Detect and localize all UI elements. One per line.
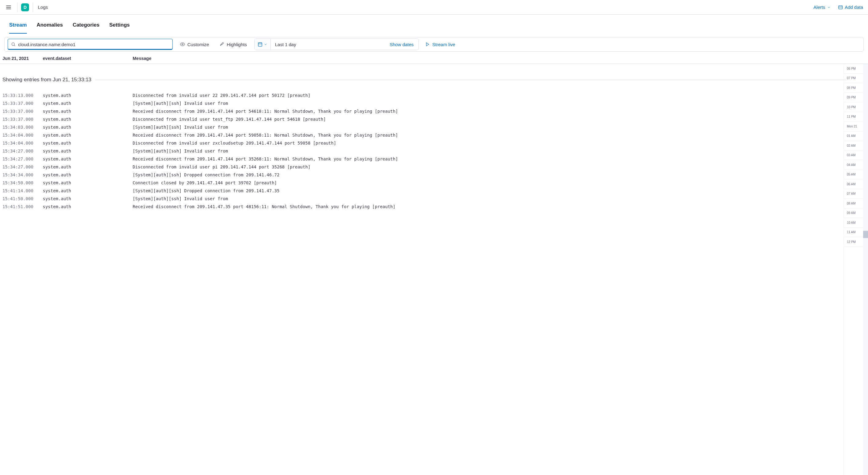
log-row[interactable]: 15:34:27.000system.authDisconnected from…: [0, 163, 846, 171]
column-header-message[interactable]: Message: [133, 56, 866, 61]
log-message: Received disconnect from 209.141.47.144 …: [133, 131, 399, 139]
play-icon: [426, 42, 430, 46]
log-dataset: system.auth: [43, 155, 133, 163]
log-dataset: system.auth: [43, 147, 133, 155]
nav-toggle-button[interactable]: [4, 2, 13, 12]
log-timestamp: 15:34:50.000: [2, 179, 43, 187]
log-dataset: system.auth: [43, 123, 133, 131]
space-selector[interactable]: D: [21, 3, 29, 11]
log-message: Received disconnect from 209.141.47.35 p…: [133, 203, 399, 211]
divider-line: [95, 80, 846, 80]
divider: [17, 2, 18, 12]
svg-point-7: [182, 44, 183, 45]
log-row[interactable]: 15:33:37.000system.authReceived disconne…: [0, 107, 846, 115]
log-message: [System][auth][ssh] Dropped connection f…: [133, 171, 399, 179]
log-dataset: system.auth: [43, 115, 133, 123]
log-row[interactable]: 15:33:37.000system.authDisconnected from…: [0, 115, 846, 123]
log-dataset: system.auth: [43, 99, 133, 107]
highlighter-icon: [219, 42, 224, 47]
log-row[interactable]: 15:34:27.000system.auth[System][auth][ss…: [0, 147, 846, 155]
search-input[interactable]: [18, 42, 169, 47]
minimap-track[interactable]: [863, 64, 868, 475]
log-row[interactable]: 15:34:34.000system.auth[System][auth][ss…: [0, 171, 846, 179]
chevron-down-icon: [264, 42, 268, 46]
log-message: Disconnected from invalid user zxcloudse…: [133, 139, 399, 147]
log-timestamp: 15:34:34.000: [2, 171, 43, 179]
highlights-button[interactable]: Highlights: [216, 40, 250, 49]
svg-rect-3: [839, 5, 842, 9]
log-row[interactable]: 15:34:27.000system.authReceived disconne…: [0, 155, 846, 163]
alerts-label: Alerts: [814, 5, 825, 10]
log-row[interactable]: 15:41:14.000system.auth[System][auth][ss…: [0, 187, 846, 195]
log-message: [System][auth][ssh] Dropped connection f…: [133, 187, 399, 195]
alerts-dropdown[interactable]: Alerts: [814, 5, 831, 10]
log-timestamp: 15:34:03.000: [2, 123, 43, 131]
log-row[interactable]: 15:41:50.000system.auth[System][auth][ss…: [0, 195, 846, 203]
tab-stream[interactable]: Stream: [9, 20, 27, 34]
log-row[interactable]: 15:33:13.000system.authDisconnected from…: [0, 91, 846, 99]
breadcrumb[interactable]: Logs: [38, 5, 48, 10]
log-message: Received disconnect from 209.141.47.144 …: [133, 155, 399, 163]
log-row[interactable]: 15:34:50.000system.authConnection closed…: [0, 179, 846, 187]
date-quick-select[interactable]: [255, 39, 271, 50]
log-message: Disconnected from invalid user 22 209.14…: [133, 91, 399, 99]
chevron-down-icon: [827, 5, 831, 9]
show-dates-button[interactable]: Show dates: [385, 39, 418, 50]
customize-button[interactable]: Customize: [177, 40, 212, 49]
stream-live-button[interactable]: Stream live: [423, 42, 458, 47]
entries-divider: Showing entries from Jun 21, 15:33:13: [0, 77, 846, 83]
log-dataset: system.auth: [43, 203, 133, 211]
log-row[interactable]: 15:34:03.000system.auth[System][auth][ss…: [0, 123, 846, 131]
tab-categories[interactable]: Categories: [73, 20, 100, 34]
svg-marker-12: [426, 43, 429, 46]
log-timestamp: 15:33:37.000: [2, 115, 43, 123]
log-dataset: system.auth: [43, 107, 133, 115]
log-message: [System][auth][ssh] Invalid user from: [133, 195, 399, 203]
log-area: Showing entries from Jun 21, 15:33:13 15…: [0, 64, 868, 475]
log-row[interactable]: 15:33:37.000system.auth[System][auth][ss…: [0, 99, 846, 107]
divider: [33, 2, 33, 12]
add-data-link[interactable]: Add data: [838, 5, 863, 10]
entries-divider-label: Showing entries from Jun 21, 15:33:13: [0, 77, 91, 83]
log-dataset: system.auth: [43, 91, 133, 99]
log-timestamp: 15:34:27.000: [2, 163, 43, 171]
log-dataset: system.auth: [43, 131, 133, 139]
log-stream[interactable]: Showing entries from Jun 21, 15:33:13 15…: [0, 64, 868, 475]
log-row[interactable]: 15:34:04.000system.authReceived disconne…: [0, 131, 846, 139]
menu-icon: [5, 4, 11, 10]
calendar-icon: [258, 42, 262, 47]
log-row[interactable]: 15:41:51.000system.authReceived disconne…: [0, 203, 846, 211]
log-row[interactable]: 15:34:04.000system.authDisconnected from…: [0, 139, 846, 147]
log-dataset: system.auth: [43, 187, 133, 195]
log-timestamp: 15:34:27.000: [2, 155, 43, 163]
customize-label: Customize: [187, 42, 209, 47]
minimap-thumb[interactable]: [863, 231, 868, 238]
log-message: Received disconnect from 209.141.47.144 …: [133, 107, 399, 115]
highlights-label: Highlights: [227, 42, 247, 47]
log-message: [System][auth][ssh] Invalid user from: [133, 123, 399, 131]
column-header-timestamp[interactable]: Jun 21, 2021: [2, 56, 43, 61]
tabs: StreamAnomaliesCategoriesSettings: [0, 15, 868, 34]
log-message: [System][auth][ssh] Invalid user from: [133, 99, 399, 107]
tab-anomalies[interactable]: Anomalies: [37, 20, 63, 34]
search-input-wrapper[interactable]: [8, 39, 173, 50]
log-timestamp: 15:34:04.000: [2, 131, 43, 139]
stream-live-label: Stream live: [432, 42, 455, 47]
filter-bar: Customize Highlights Last 1 day Show dat…: [4, 37, 864, 52]
svg-rect-8: [258, 43, 262, 46]
top-bar: D Logs Alerts Add data: [0, 0, 868, 15]
log-timestamp: 15:33:37.000: [2, 107, 43, 115]
log-dataset: system.auth: [43, 163, 133, 171]
log-dataset: system.auth: [43, 179, 133, 187]
date-range-display[interactable]: Last 1 day: [271, 39, 385, 50]
log-message: Disconnected from invalid user test_ftp …: [133, 115, 399, 123]
time-minimap[interactable]: 06 PM07 PM08 PM09 PM10 PM11 PMMon 2101 A…: [843, 64, 868, 475]
log-dataset: system.auth: [43, 139, 133, 147]
log-timestamp: 15:34:27.000: [2, 147, 43, 155]
log-timestamp: 15:33:13.000: [2, 91, 43, 99]
column-header-dataset[interactable]: event.dataset: [43, 56, 133, 61]
search-icon: [11, 42, 16, 47]
log-message: Disconnected from invalid user pi 209.14…: [133, 163, 399, 171]
log-dataset: system.auth: [43, 171, 133, 179]
tab-settings[interactable]: Settings: [110, 20, 130, 34]
